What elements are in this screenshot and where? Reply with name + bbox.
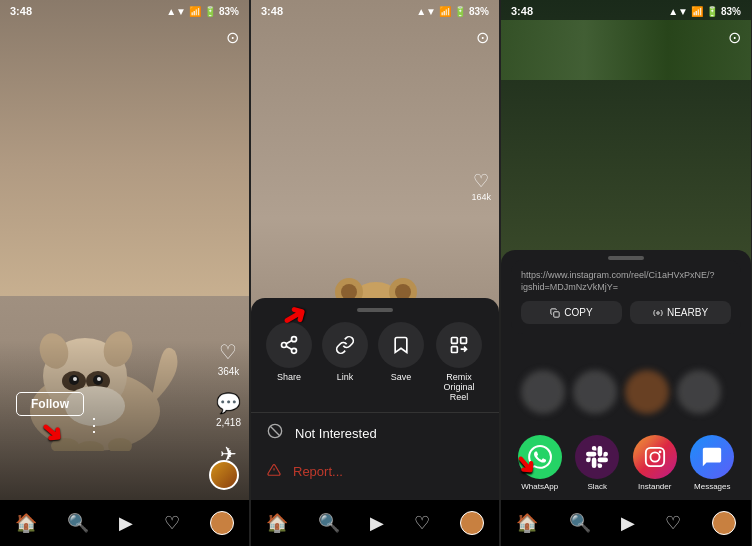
copy-label: COPY (564, 307, 592, 318)
nav-profile-icon-2[interactable] (460, 511, 484, 535)
slack-label: Slack (587, 482, 607, 491)
nav-heart-icon-2[interactable]: ♡ (414, 512, 430, 534)
sheet-handle (357, 308, 393, 312)
bottom-nav-1: 🏠 🔍 ▶ ♡ (0, 500, 249, 546)
like-count-2: 164k (471, 192, 491, 202)
camera-icon-2[interactable]: ⊙ (476, 28, 489, 47)
app-instander[interactable]: Instander (633, 435, 677, 491)
app-messages[interactable]: Messages (690, 435, 734, 491)
status-bar-1: 3:48 ▲▼ 📶 🔋 83% (0, 0, 249, 22)
remix-label: Remix Original Reel (434, 372, 484, 402)
status-time-3: 3:48 (511, 5, 533, 17)
nav-search-icon-3[interactable]: 🔍 (569, 512, 591, 534)
heart-icon-2: ♡ (471, 170, 491, 192)
slack-icon-circle (575, 435, 619, 479)
instander-label: Instander (638, 482, 671, 491)
ghost-circles (511, 370, 751, 414)
copy-button[interactable]: COPY (521, 301, 622, 324)
status-icons-1: ▲▼ 📶 🔋 83% (166, 6, 239, 17)
like-count: 364k (218, 366, 240, 377)
link-circle-icon (322, 322, 368, 368)
heart-icon: ♡ (219, 340, 237, 364)
svg-point-33 (292, 348, 297, 353)
remix-circle-icon (436, 322, 482, 368)
panel-2: 3:48 ▲▼ 📶 🔋 83% ⊙ ♡ 164k (250, 0, 500, 546)
status-icons-3: ▲▼ 📶 🔋 83% (668, 6, 741, 17)
report-item[interactable]: Report... (251, 453, 499, 490)
link-label: Link (337, 372, 354, 382)
status-bar-2: 3:48 ▲▼ 📶 🔋 83% (251, 0, 499, 22)
share-item-link[interactable]: Link (322, 322, 368, 402)
svg-line-34 (286, 346, 292, 349)
nav-heart-icon[interactable]: ♡ (164, 512, 180, 534)
app-slack[interactable]: Slack (575, 435, 619, 491)
svg-rect-36 (452, 338, 458, 344)
svg-point-32 (282, 343, 287, 348)
svg-rect-37 (461, 338, 467, 344)
not-interested-item[interactable]: Not Interested (251, 413, 499, 453)
ghost-circle-1 (521, 370, 565, 414)
messages-icon-circle (690, 435, 734, 479)
ghost-circle-2 (573, 370, 617, 414)
panel-3: 3:48 ▲▼ 📶 🔋 83% ⊙ https://www.instagram.… (500, 0, 752, 546)
side-actions-1: ♡ 364k 💬 2,418 ✈ (216, 340, 241, 466)
nav-search-icon-2[interactable]: 🔍 (318, 512, 340, 534)
svg-line-35 (286, 340, 292, 343)
svg-point-54 (657, 312, 660, 315)
share-item-remix[interactable]: Remix Original Reel (434, 322, 484, 402)
ghost-circle-4 (677, 370, 721, 414)
status-time-2: 3:48 (261, 5, 283, 17)
not-interested-icon (267, 423, 283, 443)
save-circle-icon (378, 322, 424, 368)
three-dot-menu[interactable]: ⋮ (85, 414, 103, 436)
like-box-2: ♡ 164k (471, 170, 491, 202)
status-icons-2: ▲▼ 📶 🔋 83% (416, 6, 489, 17)
ghost-circle-3 (625, 370, 669, 414)
nav-search-icon[interactable]: 🔍 (67, 512, 89, 534)
nav-home-icon[interactable]: 🏠 (15, 512, 37, 534)
share-link-box: https://www.instagram.com/reel/Ci1aHVxPx… (511, 260, 741, 334)
report-icon (267, 463, 281, 480)
save-label: Save (391, 372, 412, 382)
comment-count: 2,418 (216, 417, 241, 428)
camera-icon-1[interactable]: ⊙ (226, 28, 239, 47)
svg-rect-55 (646, 448, 664, 466)
messages-label: Messages (694, 482, 730, 491)
nav-profile-icon-3[interactable] (712, 511, 736, 535)
nav-profile-icon[interactable] (210, 511, 234, 535)
share-link-buttons: COPY NEARBY (521, 301, 731, 324)
not-interested-label: Not Interested (295, 426, 377, 441)
share-label: Share (277, 372, 301, 382)
svg-point-31 (292, 337, 297, 342)
camera-icon-3[interactable]: ⊙ (728, 28, 741, 47)
svg-rect-38 (452, 347, 458, 353)
share-icons-row: Share Link Save (251, 322, 499, 413)
nav-home-icon-2[interactable]: 🏠 (266, 512, 288, 534)
comment-action[interactable]: 💬 2,418 (216, 391, 241, 428)
whatsapp-label: WhatsApp (521, 482, 558, 491)
sheet-handle-3 (608, 256, 644, 260)
nav-heart-icon-3[interactable]: ♡ (665, 512, 681, 534)
bottom-nav-2: 🏠 🔍 ▶ ♡ (251, 500, 499, 546)
bottom-nav-3: 🏠 🔍 ▶ ♡ (501, 500, 751, 546)
nav-reels-icon-3[interactable]: ▶ (621, 512, 635, 534)
share-item-save[interactable]: Save (378, 322, 424, 402)
svg-rect-53 (554, 312, 559, 317)
nearby-label: NEARBY (667, 307, 708, 318)
nav-reels-icon[interactable]: ▶ (119, 512, 133, 534)
share-url-text: https://www.instagram.com/reel/Ci1aHVxPx… (521, 270, 731, 293)
svg-line-40 (270, 426, 279, 435)
follow-button[interactable]: Follow (16, 392, 84, 416)
nearby-button[interactable]: NEARBY (630, 301, 731, 324)
like-action[interactable]: ♡ 364k (218, 340, 240, 377)
nav-reels-icon-2[interactable]: ▶ (370, 512, 384, 534)
status-bar-3: 3:48 ▲▼ 📶 🔋 83% (501, 0, 751, 22)
avatar-1[interactable] (209, 460, 239, 490)
svg-point-56 (650, 452, 659, 461)
nav-home-icon-3[interactable]: 🏠 (516, 512, 538, 534)
instander-icon-circle (633, 435, 677, 479)
status-time-1: 3:48 (10, 5, 32, 17)
report-label: Report... (293, 464, 343, 479)
panel-1: 3:48 ▲▼ 📶 🔋 83% ⊙ ♡ 364k 💬 2,418 ✈ Follo… (0, 0, 250, 546)
comment-icon: 💬 (216, 391, 241, 415)
